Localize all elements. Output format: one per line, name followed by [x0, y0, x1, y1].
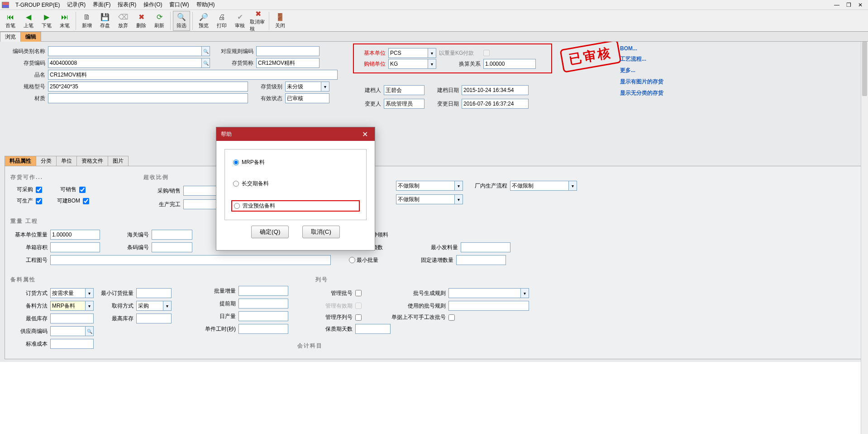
factory-flow-input[interactable]: [510, 181, 569, 191]
dialog-ok-button[interactable]: 确定(Q): [251, 226, 289, 238]
radio-long-lead[interactable]: 长交期备料: [231, 179, 360, 188]
tool-filter[interactable]: 🔍筛选: [173, 11, 190, 31]
mng-lot-check[interactable]: [355, 290, 362, 296]
eng-draw-input[interactable]: [50, 255, 331, 265]
min-issue-input[interactable]: [461, 242, 510, 252]
tool-first[interactable]: ⏮首笔: [2, 11, 19, 31]
no-manual-lot-check[interactable]: [448, 314, 455, 321]
limit1-input[interactable]: [396, 181, 455, 191]
tool-preview[interactable]: 🔎预览: [195, 11, 212, 31]
tool-save[interactable]: 💾存盘: [96, 11, 114, 31]
minimize-button[interactable]: —: [831, 2, 843, 8]
limit2-input[interactable]: [396, 194, 455, 204]
factory-flow-combo[interactable]: [569, 181, 577, 191]
menu-operate[interactable]: 操作(O): [140, 0, 166, 10]
dialog-cancel-button[interactable]: 取消(C): [302, 226, 340, 238]
tool-new[interactable]: 🗎新增: [78, 11, 95, 31]
enc-cat-input[interactable]: [48, 46, 202, 56]
obtain-input[interactable]: [136, 301, 163, 311]
can-purchase-check[interactable]: [36, 187, 42, 193]
subtab-image[interactable]: 图片: [108, 156, 129, 166]
prep-method-input[interactable]: [50, 301, 86, 311]
shelf-input[interactable]: [355, 324, 391, 334]
radio-mrp[interactable]: MRP备料: [231, 158, 360, 167]
supplier-input[interactable]: [50, 326, 86, 336]
menu-help[interactable]: 帮助(H): [193, 0, 219, 10]
can-bom-check[interactable]: [83, 198, 89, 204]
barcode-input[interactable]: [152, 242, 192, 252]
order-method-input[interactable]: [50, 288, 86, 298]
vertical-scrollbar[interactable]: [861, 42, 868, 362]
link-more[interactable]: 更多...: [620, 67, 663, 74]
enc-cat-lookup[interactable]: [202, 46, 210, 56]
base-weight-input[interactable]: [50, 230, 100, 240]
min-order-input[interactable]: [136, 288, 172, 298]
menu-interface[interactable]: 界面(F): [89, 0, 114, 10]
tool-refresh[interactable]: ⟳刷新: [151, 11, 168, 31]
stock-short-input[interactable]: [256, 58, 320, 68]
link-no-category[interactable]: 显示无分类的存货: [620, 89, 663, 97]
maximize-button[interactable]: ❐: [843, 2, 854, 8]
lead-input[interactable]: [238, 299, 288, 309]
close-window-button[interactable]: ✕: [854, 2, 866, 8]
supplier-lookup[interactable]: [86, 326, 94, 336]
min-batch-radio[interactable]: [349, 257, 355, 263]
link-bom[interactable]: BOM...: [620, 45, 663, 52]
dialog-close-button[interactable]: ✕: [359, 129, 370, 140]
radio-sales-forecast[interactable]: 营业预估备料: [231, 200, 360, 212]
subtab-category[interactable]: 分类: [36, 156, 57, 166]
lot-rule-combo[interactable]: [521, 288, 529, 298]
material-input[interactable]: [48, 93, 248, 103]
radio-long-lead-input[interactable]: [233, 181, 239, 187]
std-cost-input[interactable]: [50, 339, 94, 349]
subtab-unit[interactable]: 单位: [56, 156, 77, 166]
stock-code-lookup[interactable]: [202, 58, 210, 68]
stock-level-combo[interactable]: [321, 82, 329, 92]
prep-method-combo[interactable]: [86, 301, 94, 311]
scrollbar-thumb[interactable]: [862, 42, 867, 96]
limit1-combo[interactable]: [455, 181, 463, 191]
tab-edit[interactable]: 编辑: [20, 32, 41, 42]
radio-mrp-input[interactable]: [233, 159, 239, 165]
spec-input[interactable]: [48, 82, 248, 92]
sales-unit-combo[interactable]: [428, 59, 436, 69]
daily-input[interactable]: [238, 311, 288, 321]
limit2-combo[interactable]: [455, 194, 463, 204]
tool-last[interactable]: ⏭末笔: [56, 11, 73, 31]
batch-incr-input[interactable]: [238, 286, 288, 296]
tool-discard[interactable]: ⌫放弃: [114, 11, 132, 31]
can-produce-check[interactable]: [36, 198, 42, 204]
tool-prev[interactable]: ◀上笔: [20, 11, 37, 31]
menu-window[interactable]: 窗口(W): [166, 0, 192, 10]
tool-close[interactable]: 🚪关闭: [272, 11, 289, 31]
rule-code-input[interactable]: [256, 46, 320, 56]
max-stock-input[interactable]: [136, 313, 172, 323]
subtab-qual[interactable]: 资格文件: [76, 156, 108, 166]
tool-approve[interactable]: ✔审核: [231, 11, 248, 31]
lot-rule-input[interactable]: [448, 288, 521, 298]
ratio-input[interactable]: [483, 59, 536, 69]
order-method-combo[interactable]: [86, 288, 94, 298]
name-input[interactable]: [48, 70, 338, 80]
fixed-incr-input[interactable]: [456, 255, 506, 265]
mng-serial-check[interactable]: [355, 314, 362, 321]
subtab-item-attr[interactable]: 料品属性: [5, 156, 36, 166]
tool-unapprove[interactable]: ✖取消审核: [249, 11, 267, 31]
unit-time-input[interactable]: [238, 324, 288, 334]
radio-sales-forecast-input[interactable]: [234, 203, 240, 209]
base-unit-input[interactable]: [388, 48, 428, 58]
tool-next[interactable]: ▶下笔: [38, 11, 55, 31]
box-cap-input[interactable]: [50, 242, 100, 252]
tab-browse[interactable]: 浏览: [0, 32, 21, 42]
menu-report[interactable]: 报表(R): [114, 0, 140, 10]
obtain-combo[interactable]: [163, 301, 172, 311]
sales-unit-input[interactable]: [388, 59, 428, 69]
link-process[interactable]: 工艺流程...: [620, 55, 663, 63]
link-with-image[interactable]: 显示有图片的存货: [620, 78, 663, 86]
used-lot-input[interactable]: [448, 301, 529, 311]
stock-level-input[interactable]: [285, 82, 321, 92]
base-unit-combo[interactable]: [428, 48, 436, 58]
tool-print[interactable]: 🖨打印: [213, 11, 230, 31]
menu-record[interactable]: 记录(R): [63, 0, 89, 10]
stock-code-input[interactable]: [48, 58, 202, 68]
